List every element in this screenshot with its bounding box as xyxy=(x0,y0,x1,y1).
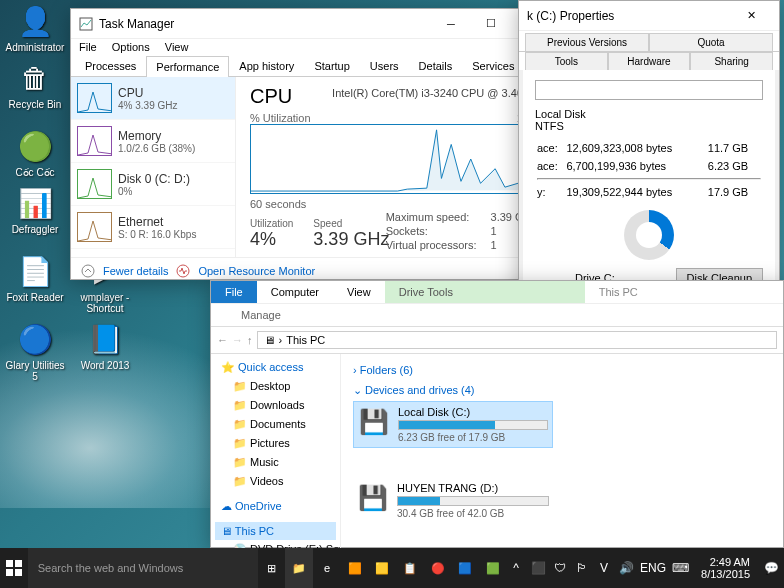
ribbon-computer[interactable]: Computer xyxy=(257,281,333,303)
taskbar-app6-icon[interactable]: 🟩 xyxy=(479,548,507,588)
util-label: % Utilization xyxy=(250,112,311,124)
desktop-icon[interactable]: 🗑Recycle Bin xyxy=(5,59,65,121)
fewer-details-link[interactable]: Fewer details xyxy=(103,265,168,277)
svg-rect-4 xyxy=(15,560,22,567)
task-manager-window: Task Manager ─ ☐ ✕ File Options View Pro… xyxy=(70,8,560,280)
ribbon-view[interactable]: View xyxy=(333,281,385,303)
perf-item-cpu[interactable]: CPU4% 3.39 GHz xyxy=(71,77,235,120)
tab-services[interactable]: Services xyxy=(462,55,524,76)
tab-quota[interactable]: Quota xyxy=(649,33,773,51)
search-box[interactable]: Search the web and Windows xyxy=(28,548,258,588)
perf-main: CPU Intel(R) Core(TM) i3-3240 CPU @ 3.40… xyxy=(236,77,559,257)
tray-notifications-icon[interactable]: 💬 xyxy=(762,548,780,588)
cpu-model: Intel(R) Core(TM) i3-3240 CPU @ 3.40GHz xyxy=(332,87,545,99)
nav-fwd-icon[interactable]: → xyxy=(232,334,243,346)
taskbar-app4-icon[interactable]: 🔴 xyxy=(424,548,452,588)
cpu-heading: CPU xyxy=(250,85,292,107)
desktop-icon[interactable]: 🟢Cốc Cốc xyxy=(5,127,65,178)
tray-flag-icon[interactable]: 🏳 xyxy=(573,548,591,588)
taskbar-app2-icon[interactable]: 🟨 xyxy=(369,548,397,588)
perf-sidebar: CPU4% 3.39 GHzMemory1.0/2.6 GB (38%)Disk… xyxy=(71,77,236,257)
util-stat-label: Utilization xyxy=(250,218,293,229)
tabs: ProcessesPerformanceApp historyStartupUs… xyxy=(71,55,559,77)
resource-monitor-link[interactable]: Open Resource Monitor xyxy=(198,265,315,277)
util-stat-val: 4% xyxy=(250,229,293,250)
taskbar-app1-icon[interactable]: 🟧 xyxy=(341,548,369,588)
tab-startup[interactable]: Startup xyxy=(304,55,359,76)
tree-item[interactable]: 📁 Downloads xyxy=(215,396,336,415)
perf-item-disk[interactable]: Disk 0 (C: D:)0% xyxy=(71,163,235,206)
address-bar[interactable]: 🖥 › This PC xyxy=(257,331,778,349)
taskbar-edge-icon[interactable]: e xyxy=(313,548,341,588)
minimize-button[interactable]: ─ xyxy=(431,10,471,38)
window-title: k (C:) Properties xyxy=(527,9,731,23)
tab-users[interactable]: Users xyxy=(360,55,409,76)
tray-volume-icon[interactable]: 🔊 xyxy=(617,548,635,588)
ribbon-manage[interactable]: Manage xyxy=(211,304,295,326)
folders-section[interactable]: › Folders (6) xyxy=(353,360,771,380)
pc-icon: 🖥 xyxy=(264,334,275,346)
menu-view[interactable]: View xyxy=(165,41,189,53)
tree-item[interactable]: 🖥 This PC xyxy=(215,522,336,540)
explorer-window: File Computer View Drive Tools This PC M… xyxy=(210,280,784,548)
perf-item-ethernet[interactable]: EthernetS: 0 R: 16.0 Kbps xyxy=(71,206,235,249)
time-label: 60 seconds xyxy=(250,198,306,210)
svg-rect-5 xyxy=(6,569,13,576)
start-button[interactable] xyxy=(0,548,28,588)
menu-file[interactable]: File xyxy=(79,41,97,53)
titlebar[interactable]: Task Manager ─ ☐ ✕ xyxy=(71,9,559,39)
drive-item[interactable]: 💾Local Disk (C:)6.23 GB free of 17.9 GB xyxy=(353,401,553,448)
desktop-icon[interactable]: 👤Administrator xyxy=(5,2,65,53)
tree-item[interactable]: ☁ OneDrive xyxy=(215,497,336,516)
tab-performance[interactable]: Performance xyxy=(146,56,229,77)
perf-item-memory[interactable]: Memory1.0/2.6 GB (38%) xyxy=(71,120,235,163)
devices-section[interactable]: ⌄ Devices and drives (4) xyxy=(353,380,771,401)
tab-sharing[interactable]: Sharing xyxy=(690,52,773,70)
tray-keyboard-icon[interactable]: ⌨ xyxy=(671,548,689,588)
tab-details[interactable]: Details xyxy=(409,55,463,76)
tab-prev-versions[interactable]: Previous Versions xyxy=(525,33,649,51)
tree-item[interactable]: 📁 Desktop xyxy=(215,377,336,396)
svg-rect-3 xyxy=(6,560,13,567)
taskbar: Search the web and Windows ⊞ 📁 e 🟧 🟨 📋 🔴… xyxy=(0,548,784,588)
desktop-icon[interactable]: 📄Foxit Reader xyxy=(5,252,65,314)
nav-back-icon[interactable]: ← xyxy=(217,334,228,346)
tray-shield-icon[interactable]: 🛡 xyxy=(551,548,569,588)
close-button[interactable]: ✕ xyxy=(731,2,771,30)
desktop-icon[interactable]: 📘Word 2013 xyxy=(75,320,135,382)
tray-lang[interactable]: ENG xyxy=(639,548,667,588)
desktop-icon[interactable]: 🔵Glary Utilities 5 xyxy=(5,320,65,382)
tray-chevron-icon[interactable]: ^ xyxy=(507,548,525,588)
tree-item[interactable]: 📁 Videos xyxy=(215,472,336,491)
taskbar-explorer-icon[interactable]: 📁 xyxy=(285,548,313,588)
tree-item[interactable]: ⭐ Quick access xyxy=(215,358,336,377)
window-title: Task Manager xyxy=(99,17,431,31)
address-text: This PC xyxy=(286,334,325,346)
menu-options[interactable]: Options xyxy=(112,41,150,53)
taskbar-app5-icon[interactable]: 🟦 xyxy=(452,548,480,588)
ribbon-file[interactable]: File xyxy=(211,281,257,303)
tray-app-icon[interactable]: ⬛ xyxy=(529,548,547,588)
ribbon-drive-tools[interactable]: Drive Tools xyxy=(385,281,585,303)
resource-monitor-icon xyxy=(176,264,190,278)
tab-app-history[interactable]: App history xyxy=(229,55,304,76)
nav-tree: ⭐ Quick access📁 Desktop📁 Downloads📁 Docu… xyxy=(211,354,341,552)
tab-tools[interactable]: Tools xyxy=(525,52,608,70)
svg-point-1 xyxy=(82,265,94,277)
chevron-up-icon[interactable] xyxy=(81,264,95,278)
tray-vivaldi-icon[interactable]: V xyxy=(595,548,613,588)
nav-up-icon[interactable]: ↑ xyxy=(247,334,253,346)
tab-processes[interactable]: Processes xyxy=(75,55,146,76)
desktop-icon[interactable]: 📊Defraggler xyxy=(5,184,65,246)
task-view-icon[interactable]: ⊞ xyxy=(258,548,286,588)
drive-name-input[interactable] xyxy=(535,80,763,100)
tree-item[interactable]: 📁 Music xyxy=(215,453,336,472)
tab-hardware[interactable]: Hardware xyxy=(608,52,691,70)
drive-item[interactable]: 💾HUYEN TRANG (D:)30.4 GB free of 42.0 GB xyxy=(353,478,553,523)
tree-item[interactable]: 📁 Documents xyxy=(215,415,336,434)
taskbar-app3-icon[interactable]: 📋 xyxy=(396,548,424,588)
maximize-button[interactable]: ☐ xyxy=(471,10,511,38)
drive-type: Local Disk xyxy=(535,108,763,120)
tree-item[interactable]: 📁 Pictures xyxy=(215,434,336,453)
tray-clock[interactable]: 2:49 AM8/13/2015 xyxy=(693,556,758,580)
